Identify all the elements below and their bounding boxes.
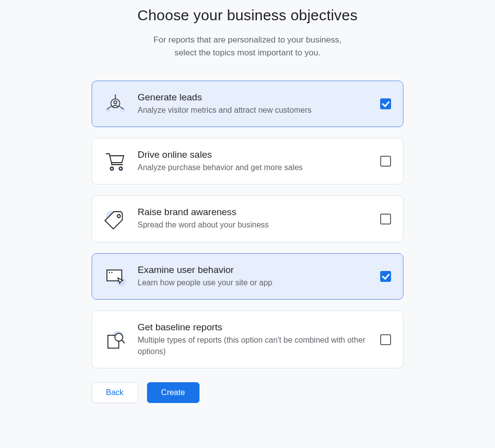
svg-line-21 (122, 340, 125, 343)
objective-description: Analyze visitor metrics and attract new … (138, 105, 369, 116)
objective-text: Get baseline reports Multiple types of r… (138, 322, 369, 357)
objective-text: Examine user behavior Learn how people u… (138, 265, 369, 288)
subtitle-line-1: For reports that are personalized to you… (153, 35, 342, 45)
objective-card-examine-user-behavior[interactable]: Examine user behavior Learn how people u… (92, 253, 403, 300)
objective-description: Learn how people use your site or app (138, 277, 369, 288)
objective-text: Generate leads Analyze visitor metrics a… (138, 92, 369, 116)
objective-description: Multiple types of reports (this option c… (138, 335, 369, 357)
page-title: Choose your business objectives (138, 7, 358, 24)
footer-actions: Back Create (92, 382, 403, 403)
objective-card-get-baseline-reports[interactable]: Get baseline reports Multiple types of r… (92, 311, 403, 368)
objective-description: Analyze purchase behavior and get more s… (138, 162, 369, 173)
svg-point-20 (115, 333, 123, 341)
shopping-cart-icon (104, 150, 127, 173)
subtitle-line-2: select the topics most important to you. (175, 48, 321, 57)
objective-card-raise-brand-awareness[interactable]: Raise brand awareness Spread the word ab… (92, 195, 403, 242)
cursor-window-icon (104, 265, 127, 288)
objective-checkbox[interactable] (380, 334, 391, 345)
page-subtitle: For reports that are personalized to you… (153, 34, 342, 60)
create-button[interactable]: Create (147, 382, 199, 403)
objective-title: Drive online sales (138, 149, 369, 160)
objective-title: Generate leads (138, 92, 369, 103)
objective-checkbox[interactable] (380, 156, 391, 167)
objective-description: Spread the word about your business (138, 220, 369, 230)
svg-point-0 (105, 107, 110, 112)
objective-card-drive-online-sales[interactable]: Drive online sales Analyze purchase beha… (92, 138, 403, 184)
objective-list: Generate leads Analyze visitor metrics a… (92, 81, 403, 368)
report-magnifier-icon (104, 328, 127, 351)
target-person-icon (104, 92, 127, 115)
svg-point-1 (120, 107, 125, 112)
objective-title: Examine user behavior (138, 265, 369, 275)
objective-title: Raise brand awareness (138, 207, 369, 218)
back-button[interactable]: Back (92, 382, 138, 403)
objective-checkbox[interactable] (380, 271, 391, 282)
objective-text: Drive online sales Analyze purchase beha… (138, 149, 369, 173)
objective-title: Get baseline reports (138, 322, 369, 333)
objective-text: Raise brand awareness Spread the word ab… (138, 207, 369, 230)
price-tag-icon (104, 208, 127, 230)
svg-point-17 (111, 272, 112, 273)
svg-point-7 (114, 101, 117, 104)
objective-card-generate-leads[interactable]: Generate leads Analyze visitor metrics a… (92, 81, 403, 127)
svg-point-16 (109, 272, 110, 273)
objective-checkbox[interactable] (380, 98, 391, 109)
objective-checkbox[interactable] (380, 214, 391, 224)
